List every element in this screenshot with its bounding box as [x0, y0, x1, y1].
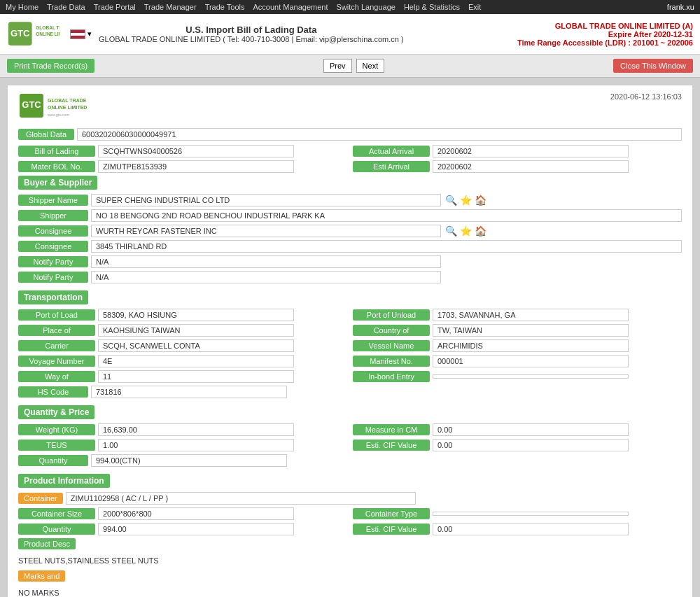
nav-trade-manager[interactable]: Trade Manager [144, 3, 197, 11]
container-size-type-row: Container Size 2000*806*800 Container Ty… [18, 507, 682, 520]
consignee-addr-row: Consignee 3845 THIRLAND RD [18, 240, 682, 253]
quantity2-value: 994.00 [98, 523, 294, 535]
gtc-logo: GTC GLOBAL TRADE ONLINE LIMITED [7, 20, 59, 48]
way-of-label: Way of [18, 371, 95, 382]
esti-arrival-col: Esti Arrival 20200602 [353, 160, 682, 173]
vessel-name-value: ARCHIMIDIS [433, 339, 629, 352]
container-row: Container ZIMU1102958 ( AC / L / PP ) [18, 492, 682, 505]
container-size-value: 2000*806*800 [98, 507, 294, 520]
time-range: Time Range Accessible (LDR) : 201001 ~ 2… [517, 38, 693, 47]
flag-dropdown-icon[interactable]: ▾ [88, 29, 92, 38]
next-button-top[interactable]: Next [356, 59, 385, 73]
voyage-manifest-row: Voyage Number 4E Manifest No. 000001 [18, 355, 682, 367]
teus-value: 1.00 [98, 439, 294, 451]
carrier-vessel-row: Carrier SCQH, SCANWELL CONTA Vessel Name… [18, 339, 682, 352]
record-card: GTC GLOBAL TRADE ONLINE LIMITED www.gtis… [7, 85, 693, 597]
hs-code-row: HS Code 731816 [18, 386, 682, 398]
header-middle: U.S. Import Bill of Lading Data GLOBAL T… [99, 24, 404, 43]
product-desc-label: Product Desc [18, 538, 76, 549]
consignee-addr-value: 3845 THIRLAND RD [91, 240, 682, 253]
transportation-section: Transportation Port of Load 58309, KAO H… [18, 290, 682, 398]
shipper-search-icon[interactable]: 🔍 [445, 195, 457, 206]
shipper-addr-row: Shipper NO 18 BENGONG 2ND ROAD BENCHOU I… [18, 209, 682, 222]
nav-trade-data[interactable]: Trade Data [47, 3, 85, 11]
close-button-top[interactable]: Close This Window [613, 59, 693, 73]
port-load-label: Port of Load [18, 309, 95, 321]
esti-cif-label: Esti. CIF Value [353, 440, 430, 451]
esti-arrival-value: 20200602 [433, 160, 629, 173]
card-header: GTC GLOBAL TRADE ONLINE LIMITED www.gtis… [18, 92, 682, 122]
shipper-flag-icon[interactable]: 🏠 [475, 195, 486, 206]
marks-label: Marks and [18, 570, 65, 582]
port-load-value: 58309, KAO HSIUNG [98, 309, 294, 321]
consignee-search-icon[interactable]: 🔍 [445, 225, 457, 237]
port-load-row: Port of Load 58309, KAO HSIUNG Port of U… [18, 309, 682, 321]
global-data-row: Global Data 6003202006030000049971 [18, 128, 682, 141]
svg-text:GTC: GTC [22, 99, 41, 110]
product-desc-row: Product Desc [18, 538, 682, 552]
quantity-price-section: Quantity & Price Weight (KG) 16,639.00 M… [18, 405, 682, 467]
teus-cif-row: TEUS 1.00 Esti. CIF Value 0.00 [18, 439, 682, 451]
mater-bol-label: Mater BOL No. [18, 161, 95, 172]
consignee-name-row: Consignee WURTH REYCAR FASTENER INC 🔍 ⭐ … [18, 225, 682, 237]
esti-cif2-label: Esti. CIF Value [353, 524, 430, 535]
bol-row: Bill of Lading SCQHTWNS04000526 Actual A… [18, 145, 682, 157]
place-of-label: Place of [18, 325, 95, 336]
brand-name: GLOBAL TRADE ONLINE LIMITED (A) [517, 22, 693, 30]
hs-code-value: 731816 [91, 386, 287, 398]
nav-links: My Home Trade Data Trade Portal Trade Ma… [6, 3, 481, 11]
voyage-number-value: 4E [98, 355, 294, 367]
manifest-no-value: 000001 [433, 355, 629, 367]
country-of-label: Country of [353, 325, 430, 336]
top-toolbar: Print Trade Record(s) Prev Next Close Th… [0, 55, 700, 78]
port-unload-value: 1703, SAVANNAH, GA [433, 309, 629, 321]
card-logo: GTC GLOBAL TRADE ONLINE LIMITED www.gtis… [18, 92, 109, 122]
in-bond-entry-value [433, 374, 629, 379]
weight-measure-row: Weight (KG) 16,639.00 Measure in CM 0.00 [18, 423, 682, 436]
svg-text:GTC: GTC [10, 27, 30, 38]
header-right: GLOBAL TRADE ONLINE LIMITED (A) Expire A… [517, 22, 693, 47]
shipper-name-value: SUPER CHENG INDUSTRIAL CO LTD [91, 194, 441, 206]
consignee-addr-label: Consignee [18, 241, 88, 252]
quantity-label: Quantity [18, 455, 88, 466]
nav-trade-tools[interactable]: Trade Tools [205, 3, 245, 11]
product-info-section: Product Information Container ZIMU110295… [18, 474, 682, 597]
way-of-value: 11 [98, 370, 294, 383]
header-bar: GTC GLOBAL TRADE ONLINE LIMITED ▾ U.S. I… [0, 14, 700, 55]
esti-cif-value: 0.00 [433, 439, 629, 451]
product-info-header: Product Information [18, 474, 110, 488]
svg-text:GLOBAL TRADE: GLOBAL TRADE [36, 25, 59, 30]
nav-exit[interactable]: Exit [468, 3, 481, 11]
print-button-top[interactable]: Print Trade Record(s) [7, 59, 94, 73]
notify-party-row: Notify Party N/A [18, 255, 682, 268]
consignee-star-icon[interactable]: ⭐ [460, 225, 472, 237]
quantity-price-header: Quantity & Price [18, 405, 94, 419]
product-desc-value: STEEL NUTS,STAINLESS STEEL NUTS [18, 555, 682, 566]
port-unload-label: Port of Unload [353, 309, 430, 321]
nav-trade-portal[interactable]: Trade Portal [94, 3, 136, 11]
vessel-name-label: Vessel Name [353, 340, 430, 351]
prev-button-top[interactable]: Prev [323, 59, 352, 73]
nav-account-management[interactable]: Account Management [253, 3, 328, 11]
notify-party2-label: Notify Party [18, 272, 88, 283]
consignee-flag-icon[interactable]: 🏠 [475, 225, 486, 237]
nav-help-statistics[interactable]: Help & Statistics [404, 3, 460, 11]
nav-switch-language[interactable]: Switch Language [337, 3, 396, 11]
notify-party-label: Notify Party [18, 256, 88, 267]
notify-party2-value: N/A [91, 271, 441, 283]
shipper-name-label: Shipper Name [18, 195, 88, 206]
shipper-star-icon[interactable]: ⭐ [460, 195, 472, 206]
top-navigation: My Home Trade Data Trade Portal Trade Ma… [0, 0, 700, 14]
nav-my-home[interactable]: My Home [6, 3, 38, 11]
buyer-supplier-header: Buyer & Supplier [18, 176, 97, 190]
content-area: GTC GLOBAL TRADE ONLINE LIMITED www.gtis… [0, 78, 700, 597]
measure-cm-value: 0.00 [433, 423, 629, 436]
shipper-label: Shipper [18, 210, 88, 221]
quantity-row: Quantity 994.00(CTN) [18, 454, 682, 467]
nav-username: frank.xu [667, 3, 694, 11]
svg-text:GLOBAL TRADE: GLOBAL TRADE [48, 98, 87, 103]
weight-kg-label: Weight (KG) [18, 424, 95, 435]
quantity-value: 994.00(CTN) [91, 454, 287, 467]
qty2-cif2-row: Quantity 994.00 Esti. CIF Value 0.00 [18, 523, 682, 535]
mater-bol-col: Mater BOL No. ZIMUTPE8153939 [18, 160, 347, 173]
